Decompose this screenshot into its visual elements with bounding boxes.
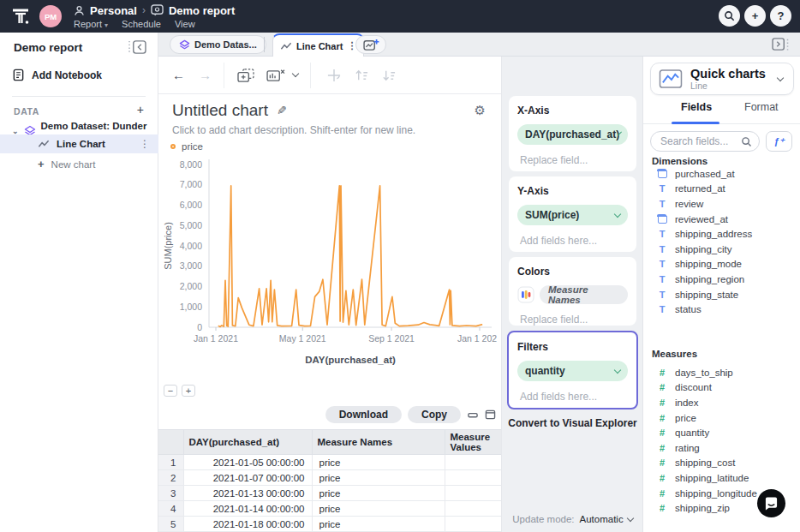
tab-fields[interactable]: Fields (681, 101, 712, 113)
collapse-table-icon[interactable] (467, 409, 479, 420)
table-row[interactable]: 12021-01-05 00:00:00price (158, 455, 501, 470)
dimension-field-item[interactable]: reviewed_at (652, 212, 794, 227)
panel-expand-icon[interactable] (772, 37, 790, 51)
sort-ascending-icon[interactable] (354, 69, 369, 82)
menu-view[interactable]: View (175, 19, 195, 29)
results-table-header: DAY(purchased_at) Measure Names Measure … (158, 430, 501, 455)
remove-chart-icon[interactable] (266, 68, 286, 83)
sidebar-collapse-icon[interactable] (128, 39, 147, 55)
search-button[interactable] (719, 5, 740, 27)
dimension-field-item[interactable]: Tshipping_city (652, 242, 794, 257)
chart-description-placeholder[interactable]: Click to add chart description. Shift-en… (172, 124, 415, 136)
table-row[interactable]: 22021-01-07 00:00:00price (158, 470, 501, 486)
menu-report[interactable]: Report ▾ (74, 19, 108, 29)
dimension-field-item[interactable]: Tshipping_region (652, 272, 794, 287)
dimension-field-item[interactable]: Treview (652, 196, 794, 212)
colors-field-pill[interactable]: Measure Names (540, 285, 628, 304)
table-row[interactable]: 52021-01-18 00:00:00price (158, 517, 501, 532)
update-mode-select[interactable]: Automatic (580, 514, 633, 524)
chat-help-button[interactable] (757, 489, 785, 517)
tab-line-chart[interactable]: Line Chart ⋮ (272, 33, 364, 57)
divider (12, 96, 146, 97)
measure-field-item[interactable]: #discount (652, 380, 794, 396)
tab-format[interactable]: Format (744, 101, 779, 113)
edit-title-icon[interactable]: ✎ (277, 104, 287, 117)
sort-descending-icon[interactable] (381, 69, 397, 82)
y-tick-label: 8,000 (180, 159, 202, 170)
add-formula-button[interactable]: ƒ⁺ (766, 131, 792, 152)
breadcrumb-workspace[interactable]: Personal (90, 4, 137, 17)
chevron-down-icon[interactable] (292, 70, 299, 77)
add-chart-tab-button[interactable] (355, 35, 386, 54)
kebab-icon[interactable]: ⋮ (140, 138, 150, 150)
search-fields-input[interactable] (660, 132, 742, 151)
undo-button[interactable]: ← (172, 68, 185, 82)
line-chart-plot[interactable]: 01,0002,0003,0004,0005,0006,0007,0008,00… (161, 151, 497, 374)
app-logo-icon[interactable] (10, 6, 31, 27)
redo-button[interactable]: → (199, 68, 212, 82)
results-table[interactable]: DAY(purchased_at) Measure Names Measure … (158, 429, 501, 532)
measure-field-item[interactable]: #shipping_cost (652, 456, 794, 471)
column-header[interactable]: Measure Values (445, 430, 501, 455)
download-button[interactable]: Download (325, 406, 402, 423)
dimension-field-item[interactable]: Treturned_at (652, 182, 794, 197)
table-row[interactable]: 32021-01-13 00:00:00price (158, 486, 501, 501)
zoom-out-button[interactable]: − (164, 385, 177, 397)
dimension-field-item[interactable]: Tshipping_mode (652, 257, 794, 272)
chart-title[interactable]: Untitled chart (172, 101, 268, 120)
dimension-field-item[interactable]: Tshipping_state (652, 287, 794, 302)
add-to-notebook-icon[interactable] (236, 68, 255, 83)
table-cell: 2021-01-07 00:00:00 (183, 470, 312, 486)
measure-field-item[interactable]: #quantity (652, 425, 794, 440)
series-line-price[interactable] (218, 186, 481, 327)
measure-field-item[interactable]: #price (652, 410, 794, 426)
zoom-in-button[interactable]: + (182, 385, 195, 397)
table-cell: price (312, 517, 445, 532)
search-fields-box[interactable] (650, 131, 760, 152)
chart-settings-icon[interactable]: ⚙ (475, 103, 486, 118)
dimensions-header: Dimensions (652, 156, 707, 166)
quick-charts-selector[interactable]: Quick charts Line (650, 63, 794, 95)
measure-field-item[interactable]: #days_to_ship (652, 365, 794, 380)
legend-dot-icon (170, 144, 176, 149)
x-axis-title: DAY(purchased_at) (305, 355, 396, 365)
plus-icon: + (38, 158, 45, 170)
filters-field-pill[interactable]: quantity (517, 361, 628, 381)
table-row[interactable]: 42021-01-14 00:00:00price (158, 501, 501, 517)
move-fields-icon[interactable] (326, 68, 342, 83)
y-axis-field-pill[interactable]: SUM(price) (517, 205, 628, 225)
help-button[interactable]: ? (770, 5, 791, 27)
add-data-button[interactable]: + (137, 103, 144, 117)
dimension-field-item[interactable]: purchased_at (652, 166, 794, 182)
measure-field-item[interactable]: #rating (652, 440, 794, 456)
add-notebook-button[interactable]: Add Notebook (12, 69, 102, 81)
table-cell (445, 517, 501, 532)
column-header[interactable]: Measure Names (312, 430, 445, 455)
colors-replace-placeholder[interactable]: Replace field... (517, 314, 628, 326)
table-cell: 2021-01-14 00:00:00 (183, 501, 312, 517)
breadcrumb-report-title[interactable]: Demo report (169, 4, 235, 17)
number-type-icon: # (657, 368, 667, 378)
y-tick-label: 2,000 (180, 281, 202, 291)
dimension-field-item[interactable]: Tstatus (652, 302, 794, 317)
copy-button[interactable]: Copy (408, 406, 461, 423)
sidebar-item-line-chart[interactable]: Line Chart ⋮ (0, 134, 158, 153)
measure-field-item[interactable]: #shipping_latitude (652, 470, 794, 486)
x-axis-field-pill[interactable]: DAY(purchased_at) (517, 124, 628, 145)
add-chart-icon (363, 39, 379, 51)
avatar[interactable]: PM (39, 5, 62, 27)
tab-demo-dataset[interactable]: Demo Datas... (170, 35, 266, 54)
menu-schedule[interactable]: Schedule (122, 19, 161, 29)
y-axis-add-placeholder[interactable]: Add fields here... (517, 235, 628, 247)
expand-table-icon[interactable] (485, 409, 496, 420)
convert-to-visual-explorer-button[interactable]: Convert to Visual Explorer (502, 417, 643, 429)
filters-add-placeholder[interactable]: Add fields here... (517, 391, 628, 403)
x-axis-replace-placeholder[interactable]: Replace field... (517, 154, 628, 166)
column-header[interactable]: DAY(purchased_at) (183, 430, 312, 455)
add-button[interactable]: + (744, 5, 766, 27)
report-bubble-icon (151, 4, 164, 16)
fields-panel: Quick charts Line Fields Format ƒ⁺ Dimen… (642, 57, 800, 532)
measure-field-item[interactable]: #index (652, 395, 794, 410)
sidebar-item-new-chart[interactable]: + New chart (38, 158, 95, 170)
dimension-field-item[interactable]: Tshipping_address (652, 226, 794, 242)
